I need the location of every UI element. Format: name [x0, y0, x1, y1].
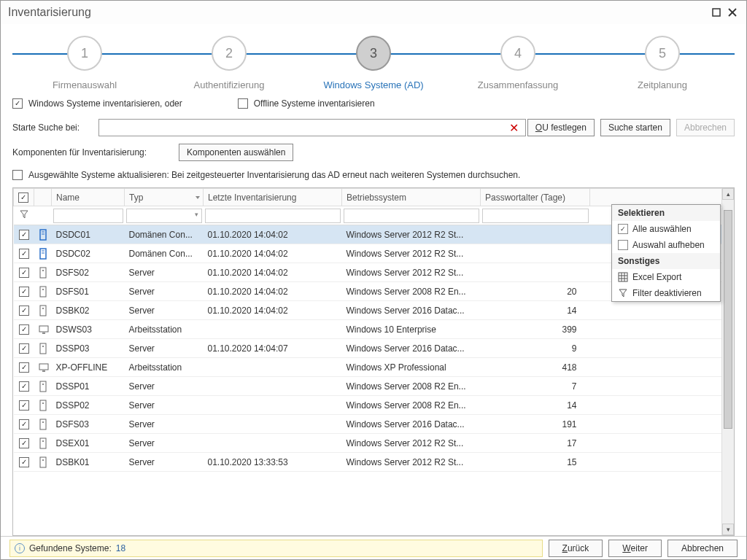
- row-checkbox[interactable]: [19, 400, 29, 411]
- system-type-icon: [34, 358, 52, 377]
- uncheck-icon: [618, 240, 628, 250]
- inventory-windows-checkbox[interactable]: [12, 98, 23, 109]
- header-os[interactable]: Betriebssystem: [342, 189, 481, 206]
- cell-os: Windows Server 2008 R2 En...: [342, 396, 481, 415]
- filter-os[interactable]: [344, 209, 479, 223]
- cell-name: DSSP02: [52, 396, 125, 415]
- cell-age: 7: [481, 377, 590, 396]
- svg-rect-11: [40, 287, 46, 297]
- system-type-icon: [34, 339, 52, 358]
- system-type-icon: [34, 263, 52, 282]
- filter-age[interactable]: [482, 209, 589, 223]
- table-row[interactable]: DSEX01 Server Windows Server 2012 R2 St.…: [14, 434, 734, 453]
- cell-last: [204, 377, 342, 396]
- row-checkbox[interactable]: [19, 249, 29, 259]
- filter-last[interactable]: [205, 209, 341, 223]
- cell-os: Windows Server 2016 Datac...: [342, 301, 481, 320]
- step-1[interactable]: 1Firmenauswahl: [15, 30, 154, 90]
- svg-rect-3: [40, 230, 46, 240]
- cell-name: DSFS01: [52, 282, 125, 301]
- clear-search-icon[interactable]: ✕: [507, 120, 522, 136]
- filter-typ[interactable]: ▾: [126, 209, 202, 223]
- step-3[interactable]: 3Windows Systeme (AD): [304, 30, 443, 90]
- row-checkbox[interactable]: [19, 381, 29, 392]
- svg-rect-17: [40, 343, 46, 354]
- components-button[interactable]: Komponenten auswählen: [179, 144, 293, 161]
- scroll-thumb[interactable]: [724, 210, 732, 429]
- header-age[interactable]: Passwortalter (Tage): [481, 189, 590, 206]
- row-checkbox[interactable]: [19, 230, 29, 240]
- svg-rect-25: [40, 419, 46, 429]
- row-checkbox[interactable]: [19, 324, 29, 335]
- inventory-offline-checkbox[interactable]: [238, 98, 248, 109]
- scroll-up-button[interactable]: ▴: [722, 188, 734, 200]
- cell-name: DSSP01: [52, 377, 125, 396]
- excel-icon: [618, 272, 628, 282]
- step-circle: 2: [212, 36, 247, 71]
- context-select-all[interactable]: ✓ Alle auswählen: [612, 221, 720, 237]
- header-check[interactable]: [14, 189, 34, 206]
- cancel-button[interactable]: Abbrechen: [667, 540, 738, 557]
- cell-typ: Server: [125, 415, 204, 434]
- context-excel-export[interactable]: Excel Export: [612, 269, 720, 285]
- back-button[interactable]: Zurück: [549, 540, 603, 557]
- table-row[interactable]: DSSP02 Server Windows Server 2008 R2 En.…: [14, 396, 734, 415]
- table-row[interactable]: XP-OFFLINE Arbeitsstation Windows XP Pro…: [14, 358, 734, 377]
- cell-age: 191: [481, 415, 590, 434]
- start-search-button[interactable]: Suche starten: [600, 119, 670, 136]
- svg-point-22: [42, 384, 44, 385]
- row-checkbox[interactable]: [19, 362, 29, 373]
- cell-typ: Arbeitsstation: [125, 320, 204, 339]
- row-checkbox[interactable]: [19, 343, 29, 354]
- filter-name[interactable]: [53, 209, 123, 223]
- context-deselect[interactable]: Auswahl aufheben: [612, 237, 720, 253]
- table-row[interactable]: DSWS03 Arbeitsstation Windows 10 Enterpr…: [14, 320, 734, 339]
- header-last[interactable]: Letzte Inventarisierung: [204, 189, 342, 206]
- cell-age: [481, 263, 590, 282]
- cell-last: 01.10.2020 13:33:53: [204, 453, 342, 472]
- step-circle: 1: [67, 36, 102, 71]
- cell-name: DSDC01: [52, 225, 125, 244]
- table-row[interactable]: DSFS03 Server Windows Server 2016 Datac.…: [14, 415, 734, 434]
- search-row: Starte Suche bei: ✕ OU festlegen Suche s…: [12, 119, 735, 136]
- row-checkbox[interactable]: [19, 438, 29, 448]
- inventory-windows-label: Windows Systeme inventarisieren, oder: [28, 98, 182, 109]
- cell-os: Windows Server 2012 R2 St...: [342, 263, 481, 282]
- cell-last: 01.10.2020 14:04:07: [204, 339, 342, 358]
- close-button[interactable]: [726, 6, 739, 19]
- row-checkbox[interactable]: [19, 268, 29, 278]
- update-selected-checkbox[interactable]: [12, 170, 23, 180]
- step-4[interactable]: 4Zusammenfassung: [449, 30, 587, 90]
- cell-age: 14: [481, 396, 590, 415]
- vertical-scrollbar[interactable]: ▴ ▾: [721, 188, 734, 535]
- next-button[interactable]: Weiter: [608, 540, 662, 557]
- step-5[interactable]: 5Zeitplanung: [593, 30, 732, 90]
- filter-icon: [20, 210, 28, 219]
- header-name[interactable]: Name: [52, 189, 125, 206]
- step-2[interactable]: 2Authentifizierung: [160, 30, 298, 90]
- row-checkbox[interactable]: [19, 287, 29, 297]
- header-typ[interactable]: Typ: [125, 189, 204, 206]
- cell-age: 9: [481, 339, 590, 358]
- system-type-icon: [34, 225, 52, 244]
- maximize-button[interactable]: [710, 6, 723, 19]
- cell-typ: Server: [125, 434, 204, 453]
- table-row[interactable]: DSBK01 Server 01.10.2020 13:33:53 Window…: [14, 453, 734, 472]
- row-checkbox[interactable]: [19, 419, 29, 429]
- table-row[interactable]: DSBK02 Server 01.10.2020 14:04:02 Window…: [14, 301, 734, 320]
- row-checkbox[interactable]: [19, 306, 29, 316]
- select-all-checkbox[interactable]: [18, 192, 28, 203]
- context-filter-off[interactable]: Filter deaktivieren: [612, 285, 720, 301]
- cell-os: Windows Server 2012 R2 St...: [342, 244, 481, 263]
- search-label: Starte Suche bei:: [12, 122, 93, 133]
- filter-funnel[interactable]: [14, 206, 34, 225]
- row-checkbox[interactable]: [19, 457, 29, 467]
- table-row[interactable]: DSSP01 Server Windows Server 2008 R2 En.…: [14, 377, 734, 396]
- ou-button[interactable]: OU festlegen: [527, 119, 595, 136]
- table-row[interactable]: DSSP03 Server 01.10.2020 14:04:07 Window…: [14, 339, 734, 358]
- scroll-down-button[interactable]: ▾: [722, 524, 734, 535]
- search-input[interactable]: [98, 119, 526, 136]
- svg-rect-15: [39, 326, 48, 332]
- system-type-icon: [34, 415, 52, 434]
- system-type-icon: [34, 453, 52, 472]
